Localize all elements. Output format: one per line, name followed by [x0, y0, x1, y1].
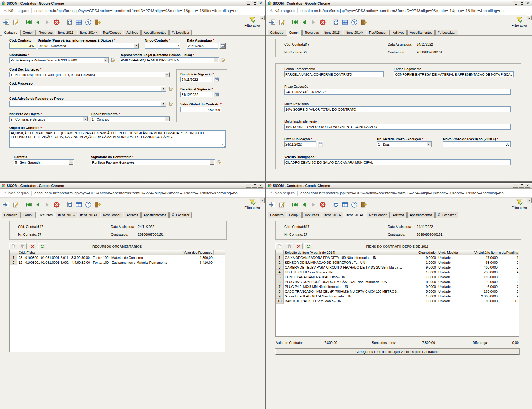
tab-itens-2014[interactable]: Itens 2014+	[344, 212, 366, 218]
previous-record-icon[interactable]	[300, 201, 308, 208]
page-url[interactable]: escal.com.br/cps/form.jsp?sys=CPS&action…	[300, 8, 504, 13]
exit-icon[interactable]	[360, 19, 367, 26]
first-record-icon[interactable]	[25, 19, 32, 26]
next-record-icon[interactable]	[44, 19, 51, 26]
first-record-icon[interactable]	[291, 201, 298, 208]
tipo-instrumento-select[interactable]: 1 - Contrato▼	[91, 116, 170, 122]
forma-fornecimento-field[interactable]: PARCELA ÚNICA, CONFORME CONTRATO	[284, 71, 384, 77]
filter-funnel-icon[interactable]	[515, 198, 523, 206]
insert-record-icon[interactable]	[269, 201, 276, 208]
signatario-select[interactable]: Ronilson Fabiano Gonçalves▼	[91, 159, 215, 165]
grid-new-button[interactable]	[275, 243, 283, 249]
edit-record-icon[interactable]	[278, 19, 285, 26]
help-icon[interactable]	[351, 19, 358, 26]
help-icon[interactable]	[85, 19, 92, 26]
tab-compl[interactable]: Compl.	[20, 30, 36, 35]
not-secure-warning-icon[interactable]: ⚠	[269, 191, 273, 195]
page-url[interactable]: escal.com.br/cps/form.jsp?sys=CPS&action…	[300, 191, 504, 195]
maximize-button[interactable]	[519, 183, 524, 188]
not-secure-warning-icon[interactable]: ⚠	[3, 9, 7, 13]
cod-adesao-select[interactable]: ▼	[9, 101, 166, 107]
help-icon[interactable]	[351, 201, 358, 208]
tab-localizar[interactable]: Localizar	[169, 212, 192, 218]
grid-new-button[interactable]	[9, 243, 17, 249]
grid-refresh-button[interactable]	[38, 243, 46, 249]
data-publicacao-field[interactable]: 24/11/2022	[284, 141, 316, 147]
exit-icon[interactable]	[360, 201, 367, 208]
filter-funnel-icon[interactable]	[248, 16, 256, 24]
valor-global-field[interactable]: 7.800,00	[180, 107, 221, 112]
page-url[interactable]: escal.com.br/cps/form.jsp?sys=CPS&action…	[34, 8, 238, 13]
insert-record-icon[interactable]	[269, 19, 276, 26]
maximize-button[interactable]	[252, 1, 257, 5]
delete-record-icon[interactable]	[319, 201, 326, 208]
grid-view-icon[interactable]	[341, 201, 349, 208]
not-secure-warning-icon[interactable]: ⚠	[269, 9, 273, 13]
prazo-execucao-field[interactable]: 24/11/2022 ATÉ 31/12/2022	[284, 89, 511, 95]
objeto-textarea[interactable]: AQUISIÇÃO DE MATERIAIS E EQUIPAMENTOS PA…	[9, 130, 226, 148]
tab-cadastro[interactable]: Cadastro	[2, 30, 20, 36]
tab-apostilamentos[interactable]: Apostilamentos	[407, 212, 435, 218]
next-record-icon[interactable]	[310, 201, 317, 208]
scrollbar-up-button[interactable]: ▲	[527, 198, 532, 203]
tab-itens-2013[interactable]: Itens 2013-	[322, 212, 343, 218]
tab-aditivos[interactable]: Aditivos	[390, 212, 407, 218]
contratado-select[interactable]: Pablo Henrique Antunes Souza 10230027601…	[9, 57, 109, 63]
multa-rescisoria-field[interactable]: 10% SOBRE O VALOR TOTAL DO CONTRATO	[284, 106, 511, 112]
garantia-select[interactable]: 5 - Sem Garantia▼	[14, 159, 74, 165]
table-row[interactable]: 5 FONTE PARA CÂMERA 10AP Omo - UN 1,0000…	[276, 275, 519, 279]
table-row[interactable]: 4 HD 1 TB CFTB Sem Marca - UN 1,0000 Uni…	[276, 270, 519, 275]
table-row[interactable]: 1 CAIXA ORGANIZADORA PRA CFTV 180 Não In…	[276, 255, 519, 260]
insert-record-icon[interactable]	[3, 19, 10, 26]
tab-compl[interactable]: Compl.	[20, 212, 36, 218]
address-bar[interactable]: ⚠ Não seguro escal.com.br/cps/form.jsp?s…	[266, 189, 532, 198]
minimize-button[interactable]	[246, 183, 251, 188]
grid-delete-button[interactable]	[295, 243, 303, 249]
tab-cadastro[interactable]: Cadastro	[268, 30, 286, 35]
tab-apostilamentos[interactable]: Apostilamentos	[141, 212, 169, 218]
insert-record-icon[interactable]	[3, 201, 10, 208]
not-secure-label[interactable]: Não seguro	[8, 8, 29, 13]
not-secure-label[interactable]: Não seguro	[8, 191, 29, 195]
veiculo-field[interactable]: QUADRO DE AVISO DO SALÃO DA CÂMARA MUNIC…	[284, 159, 511, 165]
close-button[interactable]: ×	[525, 1, 530, 5]
forma-pagamento-field[interactable]: CONFORME ENTREGA DE MATERIAL E APRESENTA…	[394, 71, 514, 77]
grid-view-icon[interactable]	[75, 201, 82, 208]
address-bar[interactable]: ⚠ Não seguro escal.com.br/cps/form.jsp?s…	[266, 6, 532, 15]
grid-copy-button[interactable]	[19, 243, 27, 249]
grid-delete-button[interactable]	[29, 243, 36, 249]
tab-itens-2014[interactable]: Itens 2014+	[344, 30, 366, 35]
table-row[interactable]: 6 PLUG BNC COM BONÉ USADO EM CÂMERAS Não…	[276, 279, 519, 284]
cod-processo-edit-button[interactable]	[168, 86, 174, 92]
tab-apostilamentos[interactable]: Apostilamentos	[141, 30, 169, 35]
window-titlebar[interactable]: SICOM - Contratos - Google Chrome ×	[0, 0, 265, 6]
next-record-icon[interactable]	[44, 201, 51, 208]
table-row[interactable]: 10 BANDEJO RACK 5U Sem Marca - UN 1,0000…	[276, 299, 519, 304]
previous-record-icon[interactable]	[300, 19, 308, 26]
not-secure-warning-icon[interactable]: ⚠	[3, 191, 7, 195]
exit-icon[interactable]	[94, 201, 101, 208]
tab-cadastro[interactable]: Cadastro	[268, 212, 286, 218]
previous-record-icon[interactable]	[34, 201, 42, 208]
maximize-button[interactable]	[252, 183, 257, 188]
tab-cadastro[interactable]: Cadastro	[2, 212, 20, 218]
calendar-button[interactable]	[213, 92, 219, 97]
multa-inadimplemento-field[interactable]: 10% SOBRE O VALOR DO FORNECIMENTO CONTRA…	[284, 124, 511, 130]
tab-aditivos[interactable]: Aditivos	[124, 212, 141, 218]
tab-recursos[interactable]: Recursos	[302, 212, 321, 218]
cod-adesao-edit-button[interactable]	[168, 101, 174, 107]
tab-res-consor[interactable]: Res/Consor.	[101, 212, 124, 218]
grid-view-icon[interactable]	[341, 19, 349, 26]
tab-recursos[interactable]: Recursos	[36, 30, 55, 35]
tab-itens-2013[interactable]: Itens 2013-	[56, 30, 77, 35]
scrollbar-up-button[interactable]: ▲	[527, 15, 532, 20]
not-secure-label[interactable]: Não seguro	[275, 8, 295, 13]
address-bar[interactable]: ⚠ Não seguro escal.com.br/cps/form.jsp?s…	[0, 6, 265, 15]
representante-select[interactable]: PABLO HENRIQUE ANTUNES SOUZA▼	[120, 57, 219, 63]
previous-record-icon[interactable]	[34, 19, 42, 26]
calendar-button[interactable]	[213, 77, 219, 82]
tab-itens-2013[interactable]: Itens 2013-	[322, 30, 343, 35]
close-button[interactable]: ×	[258, 183, 263, 188]
tab-localizar[interactable]: Localizar	[169, 30, 192, 35]
exit-icon[interactable]	[94, 19, 101, 26]
